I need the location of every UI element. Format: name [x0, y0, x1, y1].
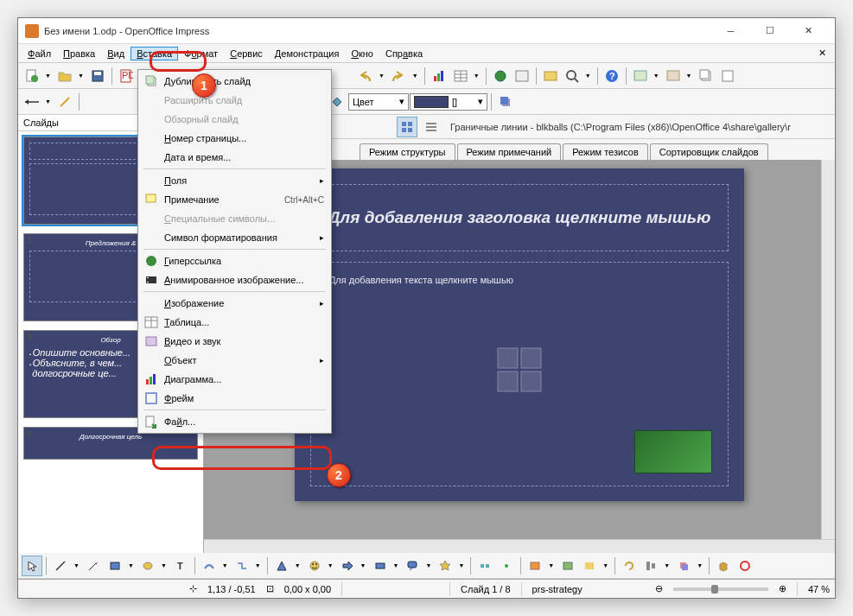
menu-media[interactable]: Видео и звук: [140, 332, 329, 351]
arrange-tool[interactable]: [673, 556, 694, 576]
navigator-button[interactable]: [512, 66, 532, 86]
gallery-button[interactable]: [540, 66, 561, 86]
line-tool[interactable]: [50, 556, 71, 576]
help-button[interactable]: ?: [602, 66, 622, 86]
fill-color-select[interactable]: []▾: [410, 93, 487, 111]
tab-notes[interactable]: Режим примечаний: [457, 143, 562, 160]
flowchart-tool[interactable]: [370, 556, 391, 576]
redo-button[interactable]: [388, 66, 409, 86]
menu-date-time[interactable]: Дата и время...: [140, 148, 329, 167]
svg-rect-67: [146, 379, 149, 384]
menu-insert[interactable]: Вставка: [130, 47, 178, 60]
menu-frame[interactable]: Фрейм: [140, 389, 329, 408]
title-placeholder[interactable]: Для добавления заголовка щелкните мышью: [310, 184, 729, 251]
menu-diagram[interactable]: Диаграмма...: [140, 370, 329, 389]
horizontal-scrollbar[interactable]: [204, 539, 835, 553]
gallery-icons-view[interactable]: [397, 117, 417, 137]
menu-format[interactable]: Формат: [178, 47, 224, 60]
ellipse-tool[interactable]: [137, 556, 158, 576]
svg-rect-8: [441, 71, 443, 81]
glue-points-tool[interactable]: [496, 556, 517, 576]
points-tool[interactable]: [474, 556, 495, 576]
text-tool[interactable]: T: [170, 556, 191, 576]
symbol-shapes-tool[interactable]: [304, 556, 325, 576]
menu-tools[interactable]: Сервис: [224, 47, 269, 60]
tab-handout[interactable]: Режим тезисов: [563, 143, 648, 160]
from-file-tool[interactable]: [557, 556, 578, 576]
connector-tool[interactable]: [232, 556, 252, 576]
menu-formatting-mark[interactable]: Символ форматирования▸: [140, 228, 329, 247]
duplicate-slide-button[interactable]: [696, 66, 716, 86]
undo-button[interactable]: [354, 66, 375, 86]
menu-image[interactable]: Изображение▸: [140, 294, 329, 313]
shadow-button[interactable]: [495, 92, 516, 112]
zoom-button[interactable]: [562, 66, 582, 86]
content-placeholder[interactable]: Для добавления текста щелкните мышью: [310, 262, 729, 486]
svg-line-35: [56, 562, 65, 570]
menu-window[interactable]: Окно: [345, 47, 379, 60]
rect-tool[interactable]: [105, 556, 125, 576]
callout-tool[interactable]: [402, 556, 423, 576]
menu-animated-image[interactable]: Анимированное изображение...: [140, 270, 329, 289]
svg-rect-62: [147, 282, 149, 283]
maximize-button[interactable]: ☐: [750, 19, 789, 43]
extrude-tool[interactable]: [713, 556, 734, 576]
select-tool[interactable]: [22, 556, 42, 576]
chart-button[interactable]: [429, 66, 449, 86]
close-button[interactable]: ✕: [789, 19, 828, 43]
svg-rect-48: [531, 562, 539, 569]
align-tool[interactable]: [640, 556, 661, 576]
svg-rect-50: [585, 562, 594, 569]
basic-shapes-tool[interactable]: [271, 556, 292, 576]
content-insert-icons[interactable]: [498, 347, 542, 391]
open-button[interactable]: [54, 66, 75, 86]
interaction-tool[interactable]: [735, 556, 755, 576]
menu-hyperlink[interactable]: Гиперссылка: [140, 251, 329, 270]
line-style-button[interactable]: [54, 92, 75, 112]
menu-duplicate-slide[interactable]: Дублировать слайд: [140, 72, 329, 91]
tab-outline[interactable]: Режим структуры: [360, 143, 455, 160]
slide-layout-button[interactable]: [630, 66, 651, 86]
new-button[interactable]: [22, 66, 42, 86]
menu-file[interactable]: Файл: [22, 47, 57, 60]
export-pdf-button[interactable]: PDF: [116, 66, 137, 86]
gallery2-tool[interactable]: [579, 556, 600, 576]
menu-fields[interactable]: Поля▸: [140, 171, 329, 190]
curve-tool[interactable]: [199, 556, 220, 576]
fill-type-select[interactable]: Цвет▾: [348, 93, 409, 111]
stars-tool[interactable]: [435, 556, 455, 576]
menu-slideshow[interactable]: Демонстрация: [269, 47, 346, 60]
expand-slide-button[interactable]: [717, 66, 738, 86]
menu-view[interactable]: Вид: [101, 47, 130, 60]
menu-page-number[interactable]: Номер страницы...: [140, 129, 329, 148]
slide-canvas[interactable]: Для добавления заголовка щелкните мышью …: [295, 168, 744, 501]
fontwork-tool[interactable]: [525, 556, 545, 576]
vertical-scrollbar[interactable]: [821, 160, 835, 539]
arrow-style-button[interactable]: [22, 92, 42, 112]
rotate-tool[interactable]: [619, 556, 640, 576]
menu-edit[interactable]: Правка: [57, 47, 101, 60]
close-document-button[interactable]: ✕: [813, 46, 831, 60]
menu-object[interactable]: Объект▸: [140, 351, 329, 370]
slide-design-button[interactable]: [663, 66, 684, 86]
menu-help[interactable]: Справка: [379, 47, 429, 60]
minimize-button[interactable]: ─: [711, 19, 750, 43]
drawing-toolbar: ▼ ▼ ▼ T ▼ ▼ ▼ ▼ ▼ ▼ ▼ ▼ ▼ ▼ ▼ ▼: [18, 553, 835, 579]
svg-rect-4: [121, 70, 130, 82]
table-button[interactable]: [450, 66, 471, 86]
status-zoom[interactable]: 47 %: [808, 584, 830, 594]
menu-table[interactable]: Таблица...: [140, 313, 329, 332]
zoom-out-button[interactable]: ⊖: [655, 583, 663, 594]
zoom-slider[interactable]: [673, 587, 768, 591]
tab-sorter[interactable]: Сортировщик слайдов: [650, 143, 768, 160]
zoom-in-button[interactable]: ⊕: [779, 583, 786, 594]
svg-rect-31: [408, 128, 412, 132]
arrow-tool[interactable]: [83, 556, 104, 576]
svg-rect-66: [146, 337, 156, 346]
block-arrows-tool[interactable]: [337, 556, 358, 576]
gallery-list-view[interactable]: [421, 117, 442, 137]
save-button[interactable]: [87, 66, 108, 86]
hyperlink-button[interactable]: [490, 66, 511, 86]
menu-file-insert[interactable]: Файл...: [140, 412, 329, 431]
menu-comment[interactable]: ПримечаниеCtrl+Alt+C: [140, 190, 329, 209]
